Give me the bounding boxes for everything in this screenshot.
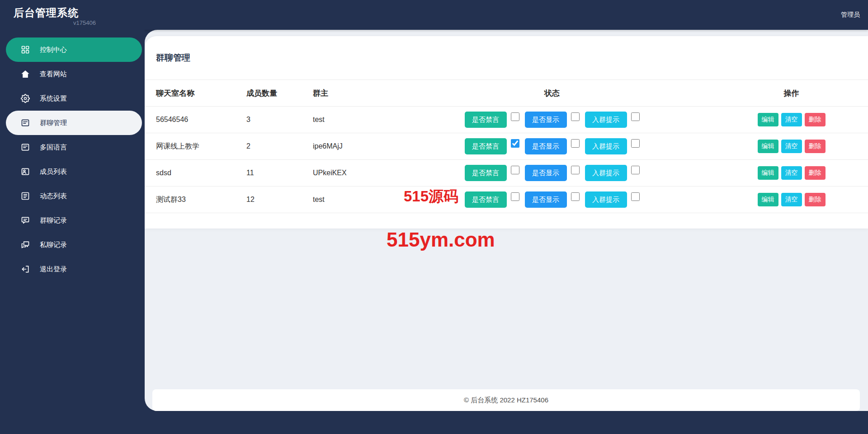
cell-owner: UPkeiKEX bbox=[313, 169, 454, 177]
sidebar-item-2[interactable]: 查看网站 bbox=[6, 62, 142, 86]
join-tip-checkbox[interactable] bbox=[631, 139, 640, 148]
watermark-url: 515ym.com bbox=[387, 229, 495, 251]
edit-button[interactable]: 编辑 bbox=[758, 166, 778, 180]
sidebar-item-6[interactable]: 成员列表 bbox=[6, 159, 142, 184]
sidebar-item-1[interactable]: 控制中心 bbox=[6, 37, 142, 62]
clear-button[interactable]: 清空 bbox=[781, 113, 802, 126]
show-toggle-button[interactable]: 是否显示 bbox=[525, 112, 567, 128]
sidebar-item-5[interactable]: 多国语言 bbox=[6, 135, 142, 159]
members-icon bbox=[21, 167, 30, 176]
sidebar-item-4[interactable]: 群聊管理 bbox=[6, 111, 142, 135]
sidebar-item-9[interactable]: 私聊记录 bbox=[6, 233, 142, 257]
delete-button[interactable]: 删除 bbox=[805, 193, 826, 206]
cell-status: 是否禁言 是否显示 入群提示 bbox=[454, 191, 650, 208]
cell-actions: 编辑 清空 删除 bbox=[650, 140, 868, 153]
join-tip-button[interactable]: 入群提示 bbox=[585, 191, 627, 208]
join-tip-checkbox[interactable] bbox=[631, 166, 640, 174]
sidebar-item-label: 退出登录 bbox=[40, 265, 67, 274]
cell-member-count: 11 bbox=[246, 169, 313, 177]
cell-owner: test bbox=[313, 116, 454, 124]
sidebar: 后台管理系统 v175406 控制中心 查看网站 系统设置 群聊管理 多国语言 … bbox=[0, 0, 145, 434]
home-icon bbox=[21, 70, 30, 79]
cell-room-name: 测试群33 bbox=[156, 195, 246, 205]
footer-copyright: © 后台系统 2022 HZ175406 bbox=[464, 396, 548, 405]
clear-button[interactable]: 清空 bbox=[781, 166, 802, 180]
header-status: 状态 bbox=[454, 88, 650, 98]
join-tip-button[interactable]: 入群提示 bbox=[585, 112, 627, 128]
mute-checkbox[interactable] bbox=[511, 166, 519, 174]
sidebar-item-label: 群聊记录 bbox=[40, 216, 67, 225]
sidebar-item-label: 多国语言 bbox=[40, 143, 67, 152]
cell-status: 是否禁言 是否显示 入群提示 bbox=[454, 165, 650, 181]
table-row: sdsd 11 UPkeiKEX 是否禁言 是否显示 入群提示 编辑 清空 删除 bbox=[145, 160, 868, 187]
sidebar-item-label: 控制中心 bbox=[40, 46, 67, 54]
show-toggle-button[interactable]: 是否显示 bbox=[525, 191, 567, 208]
sidebar-item-label: 私聊记录 bbox=[40, 241, 67, 249]
cell-room-name: 56546546 bbox=[156, 116, 246, 124]
header-owner: 群主 bbox=[313, 88, 454, 98]
mute-toggle-button[interactable]: 是否禁言 bbox=[465, 191, 507, 208]
main-content: 群聊管理 聊天室名称 成员数量 群主 状态 操作 56546546 3 test… bbox=[145, 30, 868, 411]
clear-button[interactable]: 清空 bbox=[781, 193, 802, 206]
sidebar-item-3[interactable]: 系统设置 bbox=[6, 86, 142, 111]
sidebar-item-label: 动态列表 bbox=[40, 192, 67, 201]
sidebar-item-8[interactable]: 群聊记录 bbox=[6, 208, 142, 233]
admin-user-label[interactable]: 管理员 bbox=[841, 11, 860, 19]
group-history-icon bbox=[21, 216, 30, 225]
delete-button[interactable]: 删除 bbox=[805, 166, 826, 180]
show-toggle-button[interactable]: 是否显示 bbox=[525, 165, 567, 181]
header-room-name: 聊天室名称 bbox=[156, 88, 246, 98]
show-checkbox[interactable] bbox=[571, 192, 580, 201]
show-checkbox[interactable] bbox=[571, 139, 580, 148]
page-title: 群聊管理 bbox=[145, 36, 868, 80]
join-tip-button[interactable]: 入群提示 bbox=[585, 165, 627, 181]
app-version: v175406 bbox=[73, 19, 145, 26]
join-tip-checkbox[interactable] bbox=[631, 112, 640, 121]
gear-icon bbox=[21, 94, 30, 103]
mute-toggle-button[interactable]: 是否禁言 bbox=[465, 112, 507, 128]
watermark-text: 515源码 bbox=[404, 187, 458, 207]
app-title: 后台管理系统 bbox=[14, 7, 79, 19]
show-checkbox[interactable] bbox=[571, 166, 580, 174]
sidebar-item-10[interactable]: 退出登录 bbox=[6, 257, 142, 281]
header-member-count: 成员数量 bbox=[246, 88, 313, 98]
cell-actions: 编辑 清空 删除 bbox=[650, 166, 868, 180]
mute-toggle-button[interactable]: 是否禁言 bbox=[465, 138, 507, 154]
sidebar-item-label: 查看网站 bbox=[40, 70, 67, 79]
sidebar-item-label: 系统设置 bbox=[40, 94, 67, 103]
cell-room-name: sdsd bbox=[156, 169, 246, 177]
delete-button[interactable]: 删除 bbox=[805, 113, 826, 126]
table-header-row: 聊天室名称 成员数量 群主 状态 操作 bbox=[145, 80, 868, 107]
table-body: 56546546 3 test 是否禁言 是否显示 入群提示 编辑 清空 删除 … bbox=[145, 107, 868, 213]
language-icon bbox=[21, 143, 30, 152]
edit-button[interactable]: 编辑 bbox=[758, 193, 778, 206]
logout-icon bbox=[21, 265, 30, 274]
table-row: 网课线上教学 2 ipe6MAjJ 是否禁言 是否显示 入群提示 编辑 清空 删… bbox=[145, 133, 868, 160]
sidebar-item-label: 群聊管理 bbox=[40, 119, 67, 127]
show-checkbox[interactable] bbox=[571, 112, 580, 121]
cell-status: 是否禁言 是否显示 入群提示 bbox=[454, 112, 650, 128]
app-logo: 后台管理系统 v175406 bbox=[0, 0, 145, 26]
dashboard-icon bbox=[21, 45, 30, 54]
mute-checkbox[interactable] bbox=[511, 139, 519, 148]
edit-button[interactable]: 编辑 bbox=[758, 140, 778, 153]
private-history-icon bbox=[21, 240, 30, 249]
feed-list-icon bbox=[21, 191, 30, 201]
show-toggle-button[interactable]: 是否显示 bbox=[525, 138, 567, 154]
sidebar-menu: 控制中心 查看网站 系统设置 群聊管理 多国语言 成员列表 动态列表 群聊记录 … bbox=[0, 37, 145, 281]
join-tip-button[interactable]: 入群提示 bbox=[585, 138, 627, 154]
sidebar-item-label: 成员列表 bbox=[40, 168, 67, 176]
sidebar-item-7[interactable]: 动态列表 bbox=[6, 184, 142, 208]
cell-owner: ipe6MAjJ bbox=[313, 142, 454, 150]
cell-member-count: 2 bbox=[246, 142, 313, 150]
cell-room-name: 网课线上教学 bbox=[156, 142, 246, 151]
mute-toggle-button[interactable]: 是否禁言 bbox=[465, 165, 507, 181]
delete-button[interactable]: 删除 bbox=[805, 140, 826, 153]
footer-card: © 后台系统 2022 HZ175406 bbox=[152, 389, 860, 411]
mute-checkbox[interactable] bbox=[511, 112, 519, 121]
clear-button[interactable]: 清空 bbox=[781, 140, 802, 153]
edit-button[interactable]: 编辑 bbox=[758, 113, 778, 126]
mute-checkbox[interactable] bbox=[511, 192, 519, 201]
header-actions: 操作 bbox=[650, 88, 868, 98]
join-tip-checkbox[interactable] bbox=[631, 192, 640, 201]
